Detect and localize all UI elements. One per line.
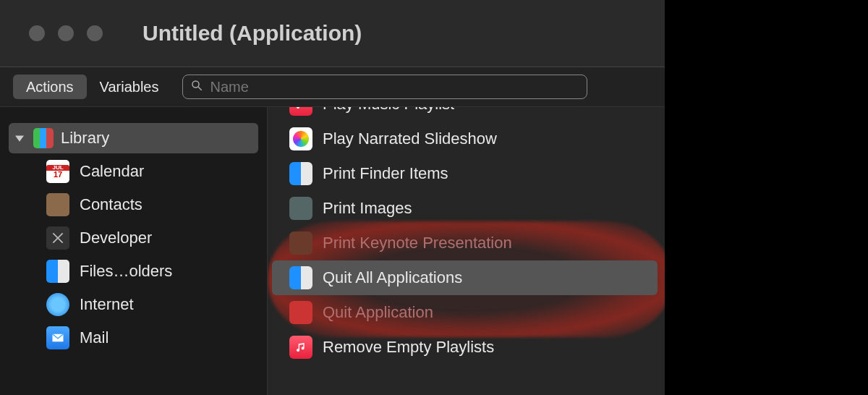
svg-marker-2 (15, 135, 24, 141)
developer-icon (46, 226, 69, 250)
svg-point-0 (192, 81, 199, 88)
tab-actions[interactable]: Actions (13, 75, 87, 99)
calendar-icon: JUL17 (46, 160, 69, 183)
action-label: Quit Application (323, 303, 433, 322)
sidebar-item-mail[interactable]: Mail (9, 323, 258, 353)
app-icon (289, 301, 312, 324)
library-icon (33, 128, 54, 148)
tab-variables[interactable]: Variables (87, 75, 172, 99)
action-label: Print Keynote Presentation (323, 234, 512, 252)
sidebar-item-internet[interactable]: Internet (9, 289, 258, 320)
action-label: Print Images (323, 199, 412, 218)
titlebar: Untitled (Application) (0, 0, 665, 67)
library-label: Library (61, 129, 109, 148)
action-item-print-finder-items[interactable]: Print Finder Items (272, 156, 658, 191)
action-item-quit-application[interactable]: Quit Application (272, 295, 658, 330)
sidebar-item-developer[interactable]: Developer (9, 223, 258, 253)
library-sidebar: Library JUL17 Calendar Contacts Develope… (0, 107, 268, 395)
library-toolbar: Actions Variables (0, 67, 665, 107)
sidebar-item-label: Calendar (80, 162, 144, 181)
keynote-icon (289, 232, 312, 255)
finder-icon (289, 266, 312, 289)
action-label: Print Finder Items (323, 164, 448, 183)
sidebar-item-files-folders[interactable]: Files…olders (9, 256, 258, 286)
sidebar-item-label: Contacts (80, 195, 142, 214)
sidebar-item-label: Developer (80, 229, 152, 247)
sidebar-item-label: Internet (80, 295, 134, 314)
photos-icon (289, 127, 312, 150)
traffic-lights (29, 25, 103, 41)
workflow-canvas-area[interactable] (665, 0, 868, 395)
sidebar-library-header[interactable]: Library (9, 123, 258, 153)
svg-line-1 (198, 87, 202, 90)
search-field[interactable] (182, 75, 587, 99)
preview-icon (289, 197, 312, 220)
action-item-play-music-playlist[interactable]: Play Music Playlist (272, 107, 658, 122)
search-icon (190, 79, 203, 95)
sidebar-item-label: Files…olders (80, 262, 172, 281)
sidebar-item-calendar[interactable]: JUL17 Calendar (9, 156, 258, 187)
music-icon (289, 336, 312, 359)
action-item-print-images[interactable]: Print Images (272, 191, 658, 226)
action-label: Quit All Applications (323, 268, 462, 287)
action-item-print-keynote-presentation[interactable]: Print Keynote Presentation (272, 226, 658, 260)
music-icon (289, 107, 312, 116)
automator-window: Untitled (Application) Actions Variables… (0, 0, 665, 395)
action-item-remove-empty-playlists[interactable]: Remove Empty Playlists (272, 330, 658, 365)
sidebar-item-contacts[interactable]: Contacts (9, 190, 258, 220)
sidebar-item-label: Mail (80, 328, 109, 347)
contacts-icon (46, 193, 69, 216)
finder-icon (289, 162, 312, 185)
finder-icon (46, 260, 69, 283)
mail-icon (46, 326, 69, 349)
library-body: Library JUL17 Calendar Contacts Develope… (0, 107, 665, 395)
actions-list[interactable]: Play Music Playlist Play Narrated Slides… (268, 107, 665, 395)
action-item-quit-all-applications[interactable]: Quit All Applications (272, 260, 658, 295)
search-input[interactable] (209, 78, 579, 96)
action-item-play-narrated-slideshow[interactable]: Play Narrated Slideshow (272, 122, 658, 156)
action-label: Play Narrated Slideshow (323, 129, 497, 148)
minimize-window-button[interactable] (58, 25, 74, 41)
chevron-down-icon (13, 134, 26, 143)
window-title: Untitled (Application) (142, 21, 362, 46)
zoom-window-button[interactable] (87, 25, 103, 41)
library-mode-segmented: Actions Variables (13, 75, 172, 99)
close-window-button[interactable] (29, 25, 45, 41)
internet-icon (46, 293, 69, 316)
action-label: Remove Empty Playlists (323, 338, 494, 357)
action-label: Play Music Playlist (323, 107, 454, 114)
